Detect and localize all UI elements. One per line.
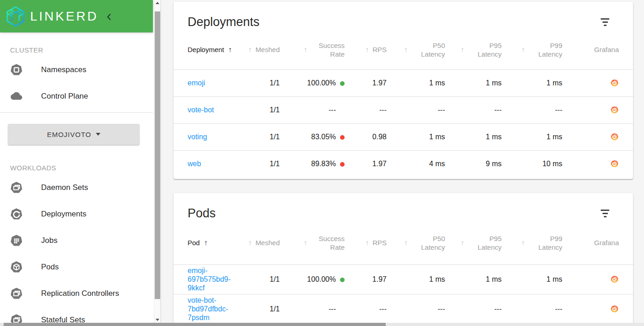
- column-header-p99-latency[interactable]: ↑P99 Latency: [502, 221, 562, 264]
- pod-link[interactable]: emoji-697b575bd9-9kkcf: [188, 266, 239, 292]
- pod-name-cell: emoji-697b575bd9-9kkcf: [173, 264, 242, 294]
- p50-latency-cell: 1 ms: [387, 123, 445, 150]
- sort-arrow-icon: ↑: [404, 239, 408, 247]
- namespace-selector[interactable]: EMOJIVOTO: [8, 124, 140, 145]
- filter-icon[interactable]: [601, 18, 609, 26]
- sidebar-item-deployments[interactable]: Deployments: [0, 201, 160, 227]
- meshed-cell: 1/1: [242, 150, 280, 177]
- grafana-cell: [562, 294, 633, 324]
- success-rate-cell: 100.00%: [280, 69, 345, 96]
- sidebar-item-control-plane[interactable]: Control Plane: [0, 83, 160, 110]
- column-label: P95 Latency: [468, 234, 502, 252]
- grafana-icon[interactable]: [610, 275, 619, 284]
- column-header-pod[interactable]: Pod↑: [173, 221, 242, 264]
- column-header-p50-latency[interactable]: ↑P50 Latency: [387, 30, 445, 69]
- p99-latency-cell: ---: [502, 96, 562, 123]
- p95-latency-cell: 1 ms: [445, 264, 502, 294]
- linkerd-dashboard: LINKERD CLUSTER Namespaces: [0, 0, 644, 326]
- column-label: Grafana: [594, 45, 619, 54]
- table-row: emoji1/1100.00%1.971 ms1 ms1 ms: [173, 69, 633, 96]
- p99-latency-cell: 1 ms: [502, 264, 562, 294]
- deployment-name-cell: vote-bot: [173, 96, 242, 123]
- column-header-rps[interactable]: ↑RPS: [345, 30, 387, 69]
- column-label: P95 Latency: [468, 41, 502, 58]
- pod-link[interactable]: vote-bot-7bd97dfbdc-7psdm: [188, 296, 239, 322]
- column-header-rps[interactable]: ↑RPS: [345, 221, 387, 264]
- column-label: Pod: [188, 238, 200, 247]
- column-header-deployment[interactable]: Deployment↑: [173, 30, 242, 69]
- sidebar-scrollbar-thumb[interactable]: [155, 11, 160, 299]
- sort-arrow-icon: ↑: [228, 46, 232, 54]
- pod-icon: [10, 261, 23, 273]
- column-label: Meshed: [256, 45, 280, 54]
- grafana-icon[interactable]: [610, 159, 619, 168]
- rps-cell: 1.97: [345, 69, 387, 96]
- deployment-link[interactable]: web: [188, 160, 201, 168]
- grafana-cell: [562, 150, 633, 177]
- sidebar-item-label: Replication Controllers: [41, 289, 119, 298]
- grafana-cell: [562, 69, 633, 96]
- p50-latency-cell: 4 ms: [387, 150, 445, 177]
- column-header-meshed[interactable]: ↑Meshed: [242, 221, 280, 264]
- deployment-link[interactable]: voting: [188, 133, 207, 141]
- sort-arrow-icon: ↑: [248, 239, 252, 247]
- scroll-up-arrow-icon[interactable]: [156, 2, 159, 4]
- sidebar-item-replication-controllers[interactable]: Replication Controllers: [0, 280, 160, 307]
- column-label: P99 Latency: [529, 41, 562, 58]
- grafana-icon[interactable]: [610, 132, 619, 141]
- main-content: Deployments Deployment↑↑Meshed↑Success R…: [161, 0, 644, 326]
- grafana-icon[interactable]: [610, 79, 619, 87]
- rps-cell: ---: [345, 96, 387, 123]
- deployment-name-cell: emoji: [173, 69, 242, 96]
- column-header-p99-latency[interactable]: ↑P99 Latency: [502, 30, 562, 69]
- sidebar-item-label: Daemon Sets: [41, 183, 88, 192]
- scroll-down-arrow-icon[interactable]: [156, 319, 159, 321]
- column-header-success-rate[interactable]: ↑Success Rate: [280, 221, 345, 264]
- p95-latency-cell: ---: [445, 294, 502, 324]
- sidebar-item-namespaces[interactable]: Namespaces: [0, 57, 160, 83]
- linkerd-logo[interactable]: LINKERD: [5, 5, 98, 27]
- deployments-table: Deployment↑↑Meshed↑Success Rate↑RPS↑P50 …: [173, 30, 633, 177]
- sidebar-item-daemon-sets[interactable]: Daemon Sets: [0, 174, 160, 201]
- p99-latency-cell: 10 ms: [502, 150, 562, 177]
- table-row: emoji-697b575bd9-9kkcf1/1100.00%1.971 ms…: [173, 264, 633, 294]
- column-header-p50-latency[interactable]: ↑P50 Latency: [387, 221, 445, 264]
- success-rate-cell: 89.83%: [280, 150, 345, 177]
- p99-latency-cell: ---: [502, 294, 562, 324]
- column-label: Success Rate: [311, 234, 345, 252]
- sidebar-item-jobs[interactable]: Jobs: [0, 227, 160, 254]
- horizontal-scrollbar[interactable]: [0, 323, 644, 326]
- rps-cell: 0.98: [345, 123, 387, 150]
- meshed-cell: 1/1: [242, 96, 280, 123]
- p95-latency-cell: ---: [445, 96, 502, 123]
- success-rate-cell: ---: [280, 96, 345, 123]
- column-label: Deployment: [188, 45, 224, 54]
- p50-latency-cell: ---: [387, 96, 445, 123]
- sidebar-item-pods[interactable]: Pods: [0, 254, 160, 280]
- status-dot: [340, 81, 345, 86]
- namespaces-icon: [10, 63, 23, 76]
- column-header-p95-latency[interactable]: ↑P95 Latency: [445, 221, 502, 264]
- horizontal-scrollbar-thumb[interactable]: [4, 323, 386, 326]
- filter-icon[interactable]: [601, 210, 609, 217]
- cloud-icon: [10, 90, 23, 103]
- column-header-p95-latency[interactable]: ↑P95 Latency: [445, 30, 502, 69]
- sidebar-collapse-button[interactable]: [105, 12, 114, 21]
- grafana-icon[interactable]: [610, 105, 619, 114]
- cluster-nav: Namespaces Control Plane: [0, 57, 160, 110]
- column-label: P50 Latency: [411, 41, 445, 58]
- table-row: vote-bot-7bd97dfbdc-7psdm1/1------------…: [173, 294, 633, 324]
- pods-card-title: Pods: [188, 205, 633, 221]
- pods-card: Pods Pod↑↑Meshed↑Success Rate↑RPS↑P50 La…: [173, 193, 633, 326]
- deployment-link[interactable]: vote-bot: [188, 106, 214, 114]
- column-header-meshed[interactable]: ↑Meshed: [242, 30, 280, 69]
- table-row: web1/189.83%1.974 ms9 ms10 ms: [173, 150, 633, 177]
- deployment-link[interactable]: emoji: [188, 79, 205, 87]
- grafana-icon[interactable]: [610, 305, 619, 313]
- sort-arrow-icon: ↑: [248, 46, 252, 54]
- daemonset-icon: [10, 181, 23, 194]
- sidebar-item-label: Deployments: [41, 210, 86, 219]
- p95-latency-cell: 9 ms: [445, 150, 502, 177]
- column-header-success-rate[interactable]: ↑Success Rate: [280, 30, 345, 69]
- sidebar-scrollbar[interactable]: [154, 0, 160, 323]
